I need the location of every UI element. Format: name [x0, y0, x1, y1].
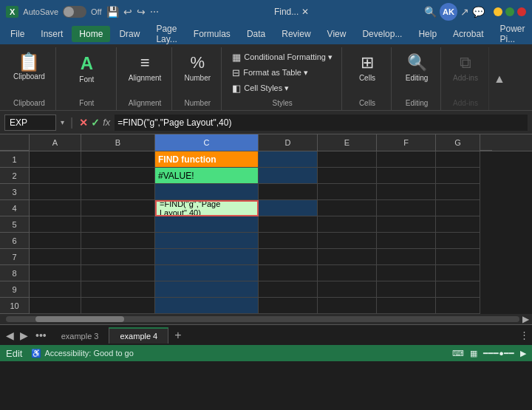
cell-a10[interactable] [30, 298, 81, 314]
row-header-7[interactable]: 7 [0, 249, 30, 265]
status-icon-keyboard[interactable]: ⌨ [452, 349, 464, 358]
row-header-8[interactable]: 8 [0, 265, 30, 281]
name-box-arrow[interactable]: ▾ [61, 118, 64, 126]
cell-e5[interactable] [318, 216, 377, 233]
number-button[interactable]: % Number [180, 50, 215, 85]
cell-a6[interactable] [30, 233, 81, 249]
cell-d9[interactable] [259, 281, 318, 298]
cell-b4[interactable] [81, 200, 155, 216]
minimize-button[interactable] [494, 7, 502, 16]
cell-c8[interactable] [155, 265, 259, 281]
cell-b3[interactable] [81, 184, 155, 200]
row-header-2[interactable]: 2 [0, 168, 30, 184]
sheet-prev-button[interactable]: ◀ [3, 329, 17, 341]
formula-input[interactable] [115, 115, 528, 131]
comment-icon[interactable]: 💬 [472, 6, 485, 18]
cell-e8[interactable] [318, 265, 377, 281]
cell-a4[interactable] [30, 200, 81, 216]
cell-g1[interactable] [436, 151, 480, 168]
menu-data[interactable]: Data [239, 26, 273, 42]
cell-d5[interactable] [259, 216, 318, 233]
col-header-g[interactable]: G [436, 134, 480, 151]
addins-button[interactable]: ⧉ Add-ins [449, 50, 482, 85]
cell-f5[interactable] [377, 216, 436, 233]
cell-a7[interactable] [30, 249, 81, 265]
row-header-3[interactable]: 3 [0, 184, 30, 200]
sheet-tab-example3[interactable]: example 3 [51, 327, 109, 344]
conditional-formatting-button[interactable]: ▦ Conditional Formatting ▾ [229, 50, 335, 64]
row-header-10[interactable]: 10 [0, 298, 30, 314]
cell-c10[interactable] [155, 298, 259, 314]
cell-g8[interactable] [436, 265, 480, 281]
cell-c4[interactable]: =FIND("g","Page Layout",40) [155, 200, 259, 216]
cell-d3[interactable] [259, 184, 318, 200]
cell-b9[interactable] [81, 281, 155, 298]
cell-f1[interactable] [377, 151, 436, 168]
cells-button[interactable]: ⊞ Cells [351, 50, 383, 85]
ribbon-expand-button[interactable]: ▲ [491, 69, 508, 89]
sheet-next-button[interactable]: ▶ [17, 329, 31, 341]
cell-b2[interactable] [81, 168, 155, 184]
menu-formulas[interactable]: Formulas [186, 26, 238, 42]
cell-c6[interactable] [155, 233, 259, 249]
row-header-9[interactable]: 9 [0, 281, 30, 298]
menu-powerbi[interactable]: Power Pi... [492, 21, 532, 47]
name-box[interactable]: EXP [4, 115, 56, 131]
alignment-button[interactable]: ≡ Alignment [124, 50, 166, 85]
menu-view[interactable]: View [320, 26, 354, 42]
cell-c5[interactable] [155, 216, 259, 233]
cell-a8[interactable] [30, 265, 81, 281]
more-tools-icon[interactable]: ⋯ [150, 7, 159, 17]
cell-g6[interactable] [436, 233, 480, 249]
cell-f6[interactable] [377, 233, 436, 249]
sheet-add-button[interactable]: + [168, 326, 187, 345]
cell-e10[interactable] [318, 298, 377, 314]
menu-insert[interactable]: Insert [33, 26, 70, 42]
status-icon-grid[interactable]: ▦ [470, 349, 477, 358]
cell-e1[interactable] [318, 151, 377, 168]
cell-d2[interactable] [259, 168, 318, 184]
cell-e9[interactable] [318, 281, 377, 298]
share-icon[interactable]: ↗ [460, 6, 469, 18]
cell-e7[interactable] [318, 249, 377, 265]
save-icon[interactable]: 💾 [106, 6, 119, 18]
col-header-d[interactable]: D [259, 134, 318, 151]
cell-styles-button[interactable]: ◧ Cell Styles ▾ [229, 81, 335, 95]
row-header-5[interactable]: 5 [0, 216, 30, 233]
cell-c2[interactable]: #VALUE! [155, 168, 259, 184]
cell-e2[interactable] [318, 168, 377, 184]
sheet-dots-right[interactable]: ⋮ [519, 329, 529, 341]
cell-g7[interactable] [436, 249, 480, 265]
cell-f4[interactable] [377, 200, 436, 216]
cell-f3[interactable] [377, 184, 436, 200]
menu-acrobat[interactable]: Acrobat [446, 26, 491, 42]
cell-e6[interactable] [318, 233, 377, 249]
clipboard-button[interactable]: 📋 Clipboard [9, 50, 50, 83]
cell-c7[interactable] [155, 249, 259, 265]
cell-b6[interactable] [81, 233, 155, 249]
cell-f8[interactable] [377, 265, 436, 281]
col-header-a[interactable]: A [30, 134, 81, 151]
close-button[interactable] [517, 7, 526, 16]
menu-pagelayout[interactable]: Page Lay... [149, 21, 184, 47]
cell-f10[interactable] [377, 298, 436, 314]
cell-d7[interactable] [259, 249, 318, 265]
cell-f9[interactable] [377, 281, 436, 298]
col-header-e[interactable]: E [318, 134, 377, 151]
cell-e3[interactable] [318, 184, 377, 200]
cell-g5[interactable] [436, 216, 480, 233]
row-header-6[interactable]: 6 [0, 233, 30, 249]
menu-help[interactable]: Help [411, 26, 444, 42]
cell-a2[interactable] [30, 168, 81, 184]
formula-confirm-button[interactable]: ✓ [91, 117, 100, 129]
cell-b10[interactable] [81, 298, 155, 314]
maximize-button[interactable] [505, 7, 514, 16]
cell-a1[interactable] [30, 151, 81, 168]
cell-c3[interactable] [155, 184, 259, 200]
hscroll-track[interactable] [6, 316, 519, 322]
format-as-table-button[interactable]: ⊟ Format as Table ▾ [229, 66, 335, 80]
cell-g10[interactable] [436, 298, 480, 314]
col-header-b[interactable]: B [81, 134, 155, 151]
undo-icon[interactable]: ↩ [123, 6, 132, 18]
autosave-toggle[interactable] [63, 6, 86, 18]
